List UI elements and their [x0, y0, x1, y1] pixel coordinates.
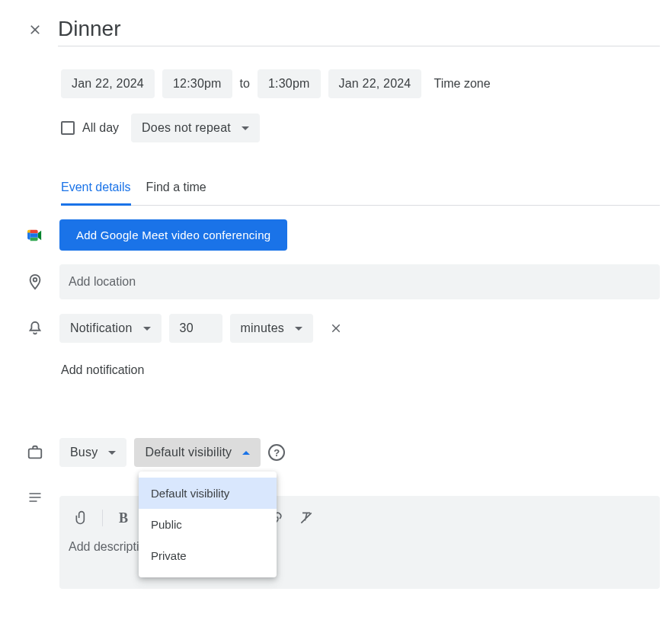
repeat-label: Does not repeat [142, 121, 231, 135]
notification-unit-dropdown[interactable]: minutes [230, 314, 313, 343]
notification-unit-label: minutes [241, 321, 284, 335]
bell-icon [24, 320, 46, 337]
close-icon[interactable] [24, 19, 46, 40]
chevron-down-icon [143, 327, 151, 331]
attach-icon[interactable] [69, 507, 94, 529]
allday-checkbox[interactable] [61, 121, 75, 135]
notification-type-label: Notification [70, 321, 133, 335]
svg-rect-1 [29, 449, 42, 458]
end-date-chip[interactable]: Jan 22, 2024 [328, 69, 422, 98]
chevron-down-icon [295, 327, 302, 331]
location-input[interactable] [59, 264, 660, 299]
tab-find-a-time[interactable]: Find a time [146, 181, 206, 205]
notification-type-dropdown[interactable]: Notification [59, 314, 162, 343]
briefcase-icon [24, 444, 46, 461]
location-icon [24, 273, 46, 290]
bold-icon[interactable]: B [110, 507, 136, 529]
clear-formatting-icon[interactable] [293, 507, 319, 529]
chevron-down-icon [242, 126, 249, 130]
visibility-option-private[interactable]: Private [139, 540, 277, 571]
timezone-link[interactable]: Time zone [434, 77, 490, 91]
remove-notification-button[interactable] [321, 313, 351, 344]
allday-label: All day [82, 121, 119, 135]
start-date-chip[interactable]: Jan 22, 2024 [61, 69, 155, 98]
visibility-option-public[interactable]: Public [139, 509, 277, 540]
add-meet-button[interactable]: Add Google Meet video conferencing [59, 219, 287, 251]
help-icon[interactable]: ? [268, 444, 285, 461]
event-title-input[interactable] [58, 12, 660, 46]
visibility-dropdown[interactable]: Default visibility [134, 438, 261, 467]
chevron-down-icon [108, 451, 116, 455]
visibility-label: Default visibility [145, 446, 232, 459]
start-time-chip[interactable]: 12:30pm [162, 69, 232, 98]
toolbar-separator [102, 510, 103, 526]
visibility-option-default[interactable]: Default visibility [139, 478, 277, 509]
svg-point-0 [34, 278, 37, 282]
repeat-dropdown[interactable]: Does not repeat [131, 113, 260, 142]
tab-event-details[interactable]: Event details [61, 181, 131, 206]
availability-dropdown[interactable]: Busy [59, 438, 126, 467]
description-icon [24, 481, 46, 504]
end-time-chip[interactable]: 1:30pm [258, 69, 321, 98]
visibility-menu: Default visibility Public Private [139, 472, 277, 577]
notification-value-input[interactable]: 30 [169, 314, 222, 343]
add-notification-link[interactable]: Add notification [61, 363, 660, 377]
availability-label: Busy [70, 446, 98, 459]
chevron-up-icon [242, 451, 250, 455]
google-meet-icon [24, 229, 46, 242]
to-label: to [240, 77, 250, 91]
